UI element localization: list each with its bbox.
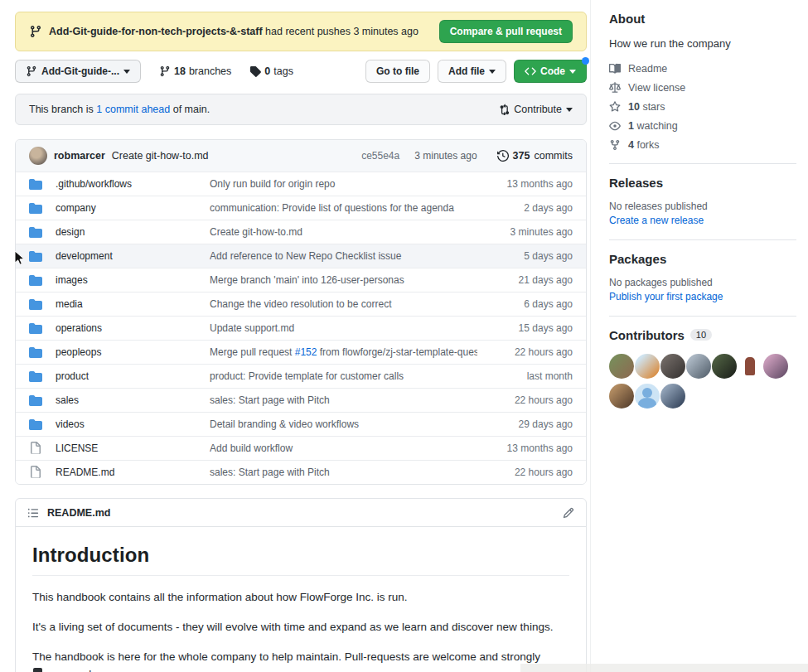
contribute-button[interactable]: Contribute	[498, 104, 573, 115]
file-commit-message[interactable]: Change the video resolution to be correc…	[210, 298, 477, 310]
about-item-forks[interactable]: 4 forks	[609, 139, 796, 151]
contributor-avatar[interactable]	[609, 384, 634, 409]
file-commit-message[interactable]: communication: Provide list of questions…	[210, 202, 477, 214]
file-row[interactable]: videosDetail branding & video workflows2…	[16, 412, 586, 436]
file-name[interactable]: peopleops	[56, 346, 210, 358]
file-list: .github/workflowsOnly run build for orig…	[16, 172, 586, 484]
file-row[interactable]: README.mdsales: Start page with Pitch22 …	[16, 460, 586, 484]
file-name[interactable]: product	[56, 370, 210, 382]
contributor-avatar[interactable]	[635, 384, 660, 409]
releases-section: Releases No releases published Create a …	[609, 164, 796, 240]
contributor-avatar[interactable]	[738, 354, 762, 379]
file-commit-date[interactable]: 13 months ago	[477, 178, 573, 190]
contributor-avatar[interactable]	[712, 354, 737, 379]
file-row[interactable]: imagesMerge branch 'main' into 126-user-…	[16, 268, 586, 292]
commit-sha[interactable]: ce55e4a	[361, 150, 399, 162]
branches-stat[interactable]: 18branches	[159, 65, 231, 77]
file-name[interactable]: LICENSE	[56, 442, 210, 454]
folder-icon	[29, 394, 42, 407]
file-row[interactable]: designCreate git-how-to.md3 minutes ago	[16, 220, 586, 244]
file-commit-message[interactable]: Detail branding & video workflows	[210, 418, 477, 430]
file-row[interactable]: LICENSEAdd build workflow13 months ago	[16, 436, 586, 460]
contributor-avatar[interactable]	[763, 354, 788, 379]
file-commit-message[interactable]: product: Provide template for customer c…	[210, 370, 477, 382]
branch-selector-button[interactable]: Add-Git-guide-...	[15, 60, 141, 83]
contributor-avatar[interactable]	[660, 354, 685, 379]
contributor-avatar[interactable]	[609, 354, 634, 379]
file-name[interactable]: README.md	[56, 467, 210, 478]
file-name[interactable]: .github/workflows	[56, 178, 210, 190]
file-commit-date[interactable]: 15 days ago	[477, 322, 573, 334]
about-item-stars[interactable]: 10 stars	[609, 101, 796, 113]
file-name[interactable]: design	[56, 226, 210, 238]
about-description: How we run the company	[609, 37, 796, 50]
file-row[interactable]: salessales: Start page with Pitch22 hour…	[16, 388, 586, 412]
file-commit-message[interactable]: Create git-how-to.md	[210, 226, 477, 238]
pull-request-link[interactable]: #152	[295, 346, 317, 358]
file-commit-date[interactable]: 21 days ago	[477, 274, 573, 286]
sidebar: About How we run the company ReadmeView …	[609, 0, 796, 413]
file-commit-date[interactable]: 22 hours ago	[477, 346, 573, 358]
contributor-avatar[interactable]	[660, 384, 685, 409]
file-commit-message[interactable]: Add reference to New Repo Checklist issu…	[210, 250, 477, 262]
file-commit-message[interactable]: sales: Start page with Pitch	[210, 467, 477, 478]
avatar[interactable]	[29, 147, 47, 165]
contributor-avatar[interactable]	[635, 354, 660, 379]
compare-pull-request-button[interactable]: Compare & pull request	[439, 20, 573, 43]
file-name[interactable]: videos	[56, 418, 210, 430]
file-commit-date[interactable]: 29 days ago	[477, 418, 573, 430]
eye-icon	[609, 120, 621, 132]
about-item-view-license[interactable]: View license	[609, 82, 796, 94]
file-commit-date[interactable]: 3 minutes ago	[477, 226, 573, 238]
about-item-watching[interactable]: 1 watching	[609, 120, 796, 132]
file-commit-message[interactable]: Add build workflow	[210, 442, 477, 454]
file-name[interactable]: company	[56, 202, 210, 214]
add-file-button[interactable]: Add file	[438, 60, 506, 83]
file-commit-date[interactable]: 5 days ago	[477, 250, 573, 262]
create-release-link[interactable]: Create a new release	[609, 215, 704, 226]
file-browser: robmarcer Create git-how-to.md ce55e4a 3…	[15, 139, 587, 485]
file-name[interactable]: media	[56, 298, 210, 310]
file-name[interactable]: images	[56, 274, 210, 286]
file-commit-message[interactable]: Merge branch 'main' into 126-user-person…	[210, 274, 477, 286]
readme-filename: README.md	[47, 507, 110, 519]
file-commit-message[interactable]: Update support.md	[210, 322, 477, 334]
tags-stat[interactable]: 0tags	[249, 65, 293, 77]
file-name[interactable]: operations	[56, 322, 210, 334]
file-row[interactable]: developmentAdd reference to New Repo Che…	[16, 244, 586, 268]
file-row[interactable]: companycommunication: Provide list of qu…	[16, 196, 586, 220]
file-name[interactable]: sales	[56, 394, 210, 406]
file-row[interactable]: mediaChange the video resolution to be c…	[16, 292, 586, 316]
file-row[interactable]: productproduct: Provide template for cus…	[16, 364, 586, 388]
go-to-file-button[interactable]: Go to file	[365, 60, 430, 83]
file-commit-message[interactable]: Merge pull request #152 from flowforge/z…	[210, 346, 477, 358]
packages-title: Packages	[609, 252, 796, 266]
file-row[interactable]: operationsUpdate support.md15 days ago	[16, 316, 586, 340]
commit-author[interactable]: robmarcer	[54, 150, 105, 162]
code-button[interactable]: Code	[514, 60, 587, 83]
file-commit-date[interactable]: 6 days ago	[477, 298, 573, 310]
file-row[interactable]: .github/workflowsOnly run build for orig…	[16, 172, 586, 196]
file-commit-date[interactable]: 13 months ago	[477, 442, 573, 454]
git-branch-icon	[29, 25, 42, 38]
file-name[interactable]: development	[56, 250, 210, 262]
commit-message[interactable]: Create git-how-to.md	[112, 150, 209, 162]
file-row[interactable]: peopleopsMerge pull request #152 from fl…	[16, 340, 586, 364]
file-commit-date[interactable]: 22 hours ago	[477, 394, 573, 406]
commits-count-link[interactable]: 375 commits	[497, 150, 573, 162]
file-commit-message[interactable]: Only run build for origin repo	[210, 178, 477, 190]
file-commit-message[interactable]: sales: Start page with Pitch	[210, 394, 477, 406]
publish-package-link[interactable]: Publish your first package	[609, 291, 723, 302]
file-commit-date[interactable]: last month	[477, 370, 573, 382]
latest-commit-bar: robmarcer Create git-how-to.md ce55e4a 3…	[16, 140, 586, 172]
pencil-icon[interactable]	[563, 507, 574, 519]
file-commit-date[interactable]: 2 days ago	[477, 202, 573, 214]
readme-content: Introduction This handbook contains all …	[16, 527, 586, 672]
about-item-readme[interactable]: Readme	[609, 63, 796, 75]
commit-ahead-link[interactable]: 1 commit ahead	[96, 104, 170, 115]
folder-icon	[29, 346, 42, 359]
folder-icon	[29, 370, 42, 383]
contributor-avatar[interactable]	[686, 354, 711, 379]
file-commit-date[interactable]: 22 hours ago	[477, 467, 573, 478]
git-compare-icon	[498, 104, 510, 115]
